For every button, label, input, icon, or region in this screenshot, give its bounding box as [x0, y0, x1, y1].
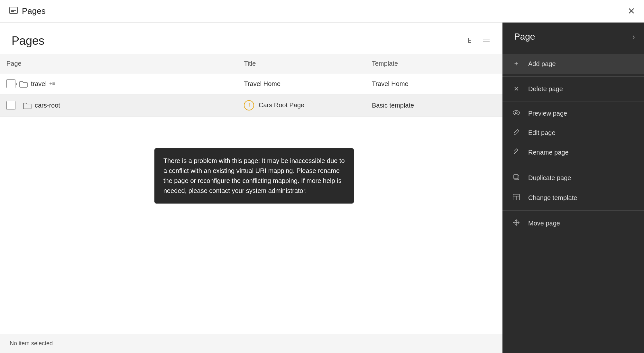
move-page-label: Move page	[528, 220, 560, 227]
close-button[interactable]: ✕	[628, 6, 635, 16]
preview-page-icon	[511, 110, 521, 117]
top-bar-left: Pages	[9, 6, 46, 16]
change-template-icon	[511, 194, 521, 202]
rename-page-label: Rename page	[528, 149, 569, 156]
menu-divider-1	[502, 76, 644, 77]
col-header-template: Template	[365, 54, 502, 73]
edit-page-icon	[511, 129, 521, 137]
col-header-title: Title	[237, 54, 365, 73]
pages-table-container: Page Title Template	[0, 54, 502, 353]
menu-item-add-page[interactable]: + Add page	[502, 54, 644, 74]
left-panel: Pages	[0, 23, 502, 353]
menu-item-duplicate-page[interactable]: Duplicate page	[502, 168, 644, 188]
delete-page-label: Delete page	[528, 85, 563, 93]
right-panel-header: Page ›	[502, 23, 644, 51]
page-cell-travel: › travel +≡	[0, 73, 237, 94]
title-cell-travel: Travel Home	[237, 73, 365, 94]
row-checkbox-travel[interactable]	[6, 79, 15, 88]
main-container: Pages	[0, 23, 644, 353]
menu-item-delete-page[interactable]: ✕ Delete page	[502, 79, 644, 99]
status-bar: No item selected	[0, 334, 502, 353]
right-panel-menu: + Add page ✕ Delete page Preview page	[502, 51, 644, 353]
col-header-page: Page	[0, 54, 237, 73]
add-page-icon: +	[511, 60, 521, 68]
delete-page-icon: ✕	[511, 85, 521, 93]
edit-page-label: Edit page	[528, 129, 556, 137]
preview-page-label: Preview page	[528, 110, 567, 117]
menu-icon[interactable]	[482, 36, 491, 46]
add-child-travel[interactable]: +≡	[49, 81, 55, 87]
right-panel-title: Page	[514, 32, 535, 42]
right-panel: Page › + Add page ✕ Delete page	[502, 23, 644, 353]
svg-point-12	[515, 112, 517, 114]
expander-travel[interactable]: ›	[15, 81, 17, 87]
svg-rect-1	[11, 9, 16, 9]
title-cell-cars-root: ! Cars Root Page	[237, 94, 365, 117]
menu-item-preview-page[interactable]: Preview page	[502, 104, 644, 123]
rename-page-icon	[511, 148, 521, 157]
add-page-label: Add page	[528, 60, 556, 68]
table-row: cars-root ! Cars Root Page Basic templat…	[0, 94, 502, 117]
pages-toolbar	[467, 36, 491, 46]
warning-icon-cars-root[interactable]: !	[244, 100, 254, 110]
svg-rect-2	[11, 10, 16, 11]
change-template-label: Change template	[528, 194, 577, 202]
page-cell-cars-root: cars-root	[0, 94, 237, 117]
svg-rect-14	[514, 175, 518, 179]
top-bar: Pages ✕	[0, 0, 644, 23]
pages-title: Pages	[12, 34, 44, 48]
page-name-label-cars-root: cars-root	[35, 102, 60, 109]
template-cell-cars-root: Basic template	[365, 94, 502, 117]
pages-header: Pages	[0, 23, 502, 54]
folder-icon-cars-root	[23, 102, 32, 109]
duplicate-page-label: Duplicate page	[528, 174, 571, 182]
menu-divider-4	[502, 210, 644, 211]
pages-icon	[9, 6, 18, 16]
tree-view-icon[interactable]	[467, 36, 476, 46]
move-page-icon	[511, 219, 521, 228]
menu-item-change-template[interactable]: Change template	[502, 188, 644, 208]
page-name-label-travel: travel	[31, 80, 47, 88]
menu-item-move-page[interactable]: Move page	[502, 213, 644, 234]
duplicate-page-icon	[511, 174, 521, 182]
status-text: No item selected	[10, 340, 53, 347]
page-name-cars-root: cars-root	[6, 101, 231, 110]
template-cell-travel: Travel Home	[365, 73, 502, 94]
folder-icon-travel	[19, 81, 28, 87]
page-name-travel: › travel +≡	[6, 79, 231, 88]
svg-rect-3	[11, 11, 14, 12]
table-row: › travel +≡ Travel Home	[0, 73, 502, 94]
menu-divider-3	[502, 165, 644, 165]
right-panel-arrow[interactable]: ›	[632, 32, 635, 41]
menu-item-rename-page[interactable]: Rename page	[502, 143, 644, 162]
row-checkbox-cars-root[interactable]	[6, 101, 15, 110]
pages-table: Page Title Template	[0, 54, 502, 117]
menu-item-edit-page[interactable]: Edit page	[502, 123, 644, 143]
svg-point-11	[513, 110, 520, 115]
table-header-row: Page Title Template	[0, 54, 502, 73]
top-bar-title: Pages	[22, 6, 46, 16]
menu-divider-2	[502, 101, 644, 101]
